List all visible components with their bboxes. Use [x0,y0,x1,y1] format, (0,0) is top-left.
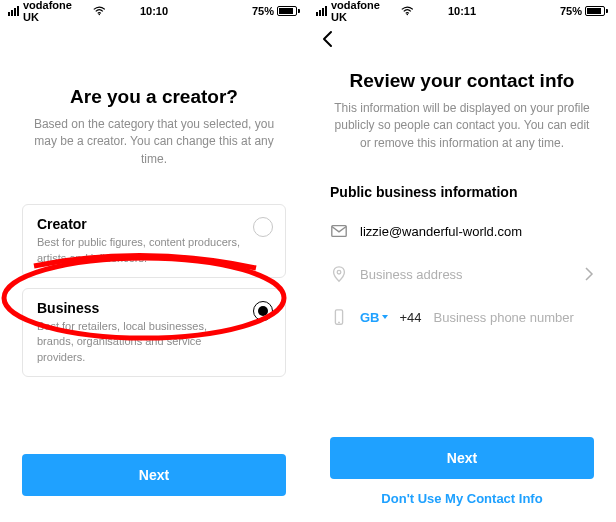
nav-bar [308,22,616,56]
wifi-icon [401,6,414,16]
back-icon[interactable] [318,29,338,49]
mail-icon [330,222,348,240]
next-button[interactable]: Next [330,437,594,479]
phone-placeholder: Business phone number [434,310,574,325]
address-row[interactable]: Business address [330,253,594,296]
address-placeholder: Business address [360,267,463,282]
battery-icon [585,6,608,16]
page-subtitle: This information will be displayed on yo… [330,100,594,152]
screen-creator-selection: vodafone UK 10:10 75% Are you a creator?… [0,0,308,522]
option-creator[interactable]: Creator Best for public figures, content… [22,204,286,278]
dont-use-contact-link[interactable]: Don't Use My Contact Info [330,479,594,512]
option-creator-desc: Best for public figures, content produce… [37,235,245,266]
email-row[interactable]: lizzie@wanderful-world.com [330,210,594,253]
option-creator-title: Creator [37,216,245,232]
clock: 10:11 [413,5,510,17]
svg-point-4 [337,271,341,275]
radio-unselected-icon[interactable] [253,217,273,237]
battery-percent: 75% [560,5,582,17]
section-heading: Public business information [330,184,594,200]
phone-row[interactable]: GB +44 Business phone number [330,296,594,339]
clock: 10:10 [105,5,202,17]
carrier-label: vodafone UK [331,0,397,23]
svg-point-2 [406,14,408,16]
option-business[interactable]: Business Best for retailers, local busin… [22,288,286,377]
phone-device-icon [330,308,348,326]
dial-code: +44 [400,310,422,325]
signal-bars-icon [316,6,327,16]
page-title: Review your contact info [330,70,594,92]
location-pin-icon [330,265,348,283]
battery-icon [277,6,300,16]
radio-selected-icon[interactable] [253,301,273,321]
status-bar: vodafone UK 10:10 75% [0,0,308,22]
chevron-down-icon [382,315,388,319]
screen-contact-info: vodafone UK 10:11 75% Review your contac… [308,0,616,522]
option-business-title: Business [37,300,245,316]
email-value: lizzie@wanderful-world.com [360,224,522,239]
carrier-label: vodafone UK [23,0,89,23]
wifi-icon [93,6,106,16]
country-code-picker[interactable]: GB [360,310,388,325]
svg-point-0 [98,14,100,16]
page-subtitle: Based on the category that you selected,… [22,116,286,168]
svg-rect-3 [332,226,346,237]
next-button[interactable]: Next [22,454,286,496]
nav-bar [0,22,308,56]
battery-percent: 75% [252,5,274,17]
chevron-right-icon [584,267,594,281]
status-bar: vodafone UK 10:11 75% [308,0,616,22]
page-title: Are you a creator? [22,86,286,108]
option-business-desc: Best for retailers, local businesses, br… [37,319,245,365]
signal-bars-icon [8,6,19,16]
